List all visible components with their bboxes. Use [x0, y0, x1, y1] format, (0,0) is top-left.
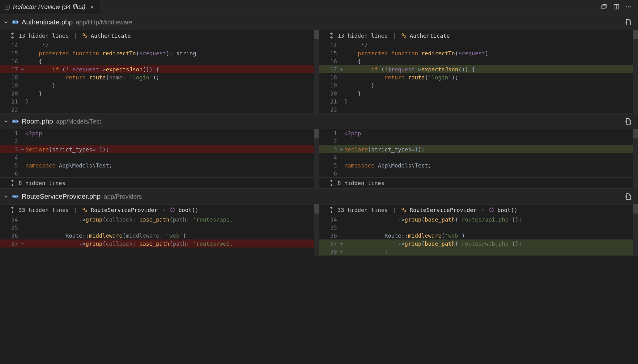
code-line[interactable]: 5namespace App\Models\Test; [0, 161, 319, 169]
code-content: { [344, 58, 638, 65]
code-line[interactable]: 1<?php [0, 129, 319, 137]
hidden-lines-bar[interactable]: 8 hidden lines [319, 177, 638, 188]
hidden-lines-bar[interactable]: 8 hidden lines [0, 177, 319, 188]
diff-pane-right: 13 hidden lines|Authenticate14 */15 prot… [319, 30, 638, 113]
line-number: 3 [0, 146, 20, 153]
code-line[interactable]: 5namespace App\Models\Test; [319, 161, 638, 169]
code-line[interactable]: 34 ->group(callback: base_path(path: 'ro… [0, 215, 319, 223]
code-line[interactable]: 36 Route::middleware('web') [319, 231, 638, 239]
php-icon: PHP [12, 20, 19, 24]
code-line[interactable]: 6 [319, 169, 638, 177]
line-number: 2 [0, 138, 20, 145]
code-line[interactable]: 3−declare(strict_types= 1); [0, 145, 319, 153]
code-line[interactable]: 20 } [319, 89, 638, 97]
code-line[interactable]: 21} [0, 97, 319, 105]
line-number: 38 [319, 248, 339, 255]
code-line[interactable]: 18 return route(name: 'login'); [0, 73, 319, 81]
open-editors-icon[interactable] [601, 4, 608, 11]
unfold-icon[interactable] [9, 207, 15, 213]
breadcrumb-item[interactable]: Authenticate [410, 32, 450, 39]
code-line[interactable]: 17− if (! $request->expectsJson()) { [0, 65, 319, 73]
go-to-file-icon[interactable] [624, 193, 632, 200]
code-line[interactable]: 4 [0, 153, 319, 161]
code-line[interactable]: 16 { [0, 57, 319, 65]
svg-point-9 [404, 36, 406, 38]
breadcrumb-item[interactable]: boot() [497, 207, 517, 213]
code-line[interactable]: 22 [0, 105, 319, 113]
minimap[interactable] [314, 30, 319, 113]
code-content: ->group(base_path('routes/api.php')); [344, 216, 638, 223]
unfold-icon[interactable] [9, 32, 15, 39]
unfold-icon[interactable] [9, 180, 15, 186]
breadcrumb-item[interactable]: RouteServiceProvider [410, 207, 477, 213]
code-line[interactable]: 15 protected function redirectTo($reques… [0, 49, 319, 57]
more-icon[interactable] [626, 4, 632, 11]
code-line[interactable]: 20 } [0, 89, 319, 97]
code-line[interactable]: 4 [319, 153, 638, 161]
svg-point-11 [85, 210, 87, 212]
code-line[interactable]: 19 } [0, 81, 319, 89]
code-content: <?php [25, 130, 319, 137]
code-line[interactable]: 14 */ [0, 41, 319, 49]
go-to-file-icon[interactable] [624, 19, 632, 26]
breadcrumb-item[interactable]: boot() [178, 207, 198, 213]
minimap[interactable] [314, 204, 319, 256]
code-content: protected function redirectTo($request):… [25, 50, 319, 57]
code-line[interactable]: 6 [0, 169, 319, 177]
unfold-icon[interactable] [328, 180, 334, 186]
code-line[interactable]: 38+ ; [319, 248, 638, 256]
hidden-lines-bar[interactable]: 13 hidden lines|Authenticate [319, 30, 638, 41]
chevron-down-icon[interactable] [3, 19, 9, 25]
minimap[interactable] [633, 129, 638, 188]
unfold-icon[interactable] [328, 32, 334, 39]
diff-container: 33 hidden lines|RouteServiceProvider›boo… [0, 204, 638, 256]
code-line[interactable]: 37+ ->group(base_path('routes/web.php'))… [319, 239, 638, 248]
code-line[interactable]: 21} [319, 97, 638, 105]
breadcrumb-item[interactable]: Authenticate [91, 32, 131, 39]
code-line[interactable]: 1<?php [319, 129, 638, 137]
code-line[interactable]: 3+declare(strict_types=1); [319, 145, 638, 153]
svg-point-13 [404, 210, 406, 212]
hidden-lines-bar[interactable]: 13 hidden lines|Authenticate [0, 30, 319, 41]
hidden-lines-text: 13 hidden lines [338, 32, 388, 39]
chevron-down-icon[interactable] [3, 194, 9, 199]
code-line[interactable]: 2 [319, 137, 638, 145]
code-line[interactable]: 17+ if (!$request->expectsJson()) { [319, 65, 638, 73]
minimap[interactable] [314, 129, 319, 188]
svg-point-8 [402, 34, 404, 36]
hidden-lines-bar[interactable]: 33 hidden lines|RouteServiceProvider›boo… [0, 204, 319, 215]
code-line[interactable]: 35 [0, 223, 319, 231]
file-header[interactable]: PHPAuthenticate.phpapp/Http/Middleware [0, 15, 638, 30]
code-line[interactable]: 34 ->group(base_path('routes/api.php')); [319, 215, 638, 223]
line-number: 14 [0, 42, 20, 49]
chevron-down-icon[interactable] [3, 119, 9, 124]
file-section: PHPRoom.phpapp/Models/Test1<?php23−decla… [0, 113, 638, 188]
code-line[interactable]: 36 Route::middleware(middleware: 'web') [0, 231, 319, 239]
breadcrumb-item[interactable]: RouteServiceProvider [91, 207, 158, 213]
split-editor-icon[interactable] [613, 4, 620, 11]
diff-marker: − [20, 66, 25, 72]
line-number: 5 [319, 162, 339, 169]
file-header[interactable]: PHPRouteServiceProvider.phpapp/Providers [0, 189, 638, 204]
file-header[interactable]: PHPRoom.phpapp/Models/Test [0, 114, 638, 129]
minimap[interactable] [633, 30, 638, 113]
close-icon[interactable] [89, 4, 96, 11]
tab-refactor-preview[interactable]: Refactor Preview (34 files) [0, 0, 100, 14]
go-to-file-icon[interactable] [624, 118, 632, 125]
minimap[interactable] [633, 204, 638, 256]
code-line[interactable]: 19 } [319, 81, 638, 89]
code-line[interactable]: 35 [319, 223, 638, 231]
code-content: return route('login'); [344, 74, 638, 81]
code-line[interactable]: 14 */ [319, 41, 638, 49]
code-line[interactable]: 18 return route('login'); [319, 73, 638, 81]
code-line[interactable]: 15 protected function redirectTo($reques… [319, 49, 638, 57]
code-line[interactable]: 22 [319, 105, 638, 113]
unfold-icon[interactable] [328, 207, 334, 213]
breadcrumb-symbol-icon [401, 207, 406, 213]
code-line[interactable]: 37− ->group(callback: base_path(path: 'r… [0, 239, 319, 248]
line-number: 34 [0, 216, 20, 223]
code-line[interactable]: 16 { [319, 57, 638, 65]
hidden-lines-bar[interactable]: 33 hidden lines|RouteServiceProvider›boo… [319, 204, 638, 215]
code-line[interactable]: 2 [0, 137, 319, 145]
line-number: 15 [0, 50, 20, 57]
